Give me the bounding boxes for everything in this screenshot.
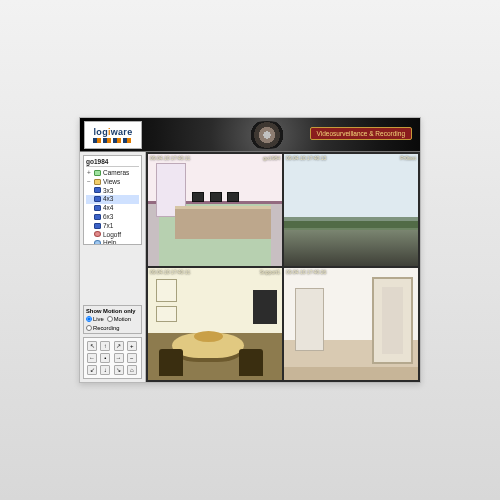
sidebar: go1984 +Cameras−Views3x34x34x46x37x1Logo…	[80, 152, 146, 382]
tree-item-3x3[interactable]: 3x3	[86, 187, 139, 196]
app-header: logiware Videosurveillance & Recording	[80, 118, 420, 152]
ptz-button-7[interactable]: −	[127, 353, 137, 363]
tree-item-4x3[interactable]: 4x3	[86, 195, 139, 204]
camera-label: go1984	[263, 155, 280, 161]
motion-opt-recording[interactable]: Recording	[86, 325, 119, 331]
tree-item-logoff[interactable]: Logoff	[86, 231, 139, 240]
camera-timestamp: 09.04.10 17:40:11	[150, 155, 190, 161]
motion-opt-motion[interactable]: Motion	[107, 316, 131, 322]
tree-item-6x3[interactable]: 6x3	[86, 213, 139, 222]
tree-item-views[interactable]: −Views	[86, 178, 139, 187]
ptz-button-3[interactable]: +	[127, 341, 137, 351]
app-window: logiware Videosurveillance & Recording g…	[79, 117, 421, 383]
ptz-button-4[interactable]: ←	[87, 353, 97, 363]
camera-tile-2[interactable]: 09.04.10 17:40:13 Pr0test	[284, 154, 418, 266]
app-body: go1984 +Cameras−Views3x34x34x46x37x1Logo…	[80, 152, 420, 382]
ptz-button-1[interactable]: ↑	[100, 341, 110, 351]
camera-timestamp: 09.04.10 17:40:26	[286, 269, 326, 275]
nav-tree[interactable]: go1984 +Cameras−Views3x34x34x46x37x1Logo…	[83, 155, 142, 245]
ptz-button-10[interactable]: ↘	[114, 365, 124, 375]
tree-item-7x1[interactable]: 7x1	[86, 222, 139, 231]
tree-item-4x4[interactable]: 4x4	[86, 204, 139, 213]
camera-grid: 09.04.10 17:40:11 go1984 09.04.10 17:40:…	[146, 152, 420, 382]
ptz-button-0[interactable]: ↖	[87, 341, 97, 351]
camera-timestamp: 09.04.10 17:40:13	[286, 155, 326, 161]
ptz-button-9[interactable]: ↓	[100, 365, 110, 375]
camera-tile-4[interactable]: 09.04.10 17:40:26	[284, 268, 418, 380]
camera-tile-1[interactable]: 09.04.10 17:40:11 go1984	[148, 154, 282, 266]
header-banner: Videosurveillance & Recording	[310, 127, 412, 140]
motion-opt-live[interactable]: Live	[86, 316, 104, 322]
camera-label: Pr0test	[400, 155, 416, 161]
tree-item-help[interactable]: Help	[86, 239, 139, 245]
lens-graphic	[244, 121, 290, 149]
ptz-button-2[interactable]: ↗	[114, 341, 124, 351]
ptz-button-5[interactable]: •	[100, 353, 110, 363]
camera-label: Support1	[260, 269, 280, 275]
ptz-button-8[interactable]: ↙	[87, 365, 97, 375]
camera-tile-3[interactable]: 09.04.10 17:40:11 Support1	[148, 268, 282, 380]
ptz-button-6[interactable]: →	[114, 353, 124, 363]
tree-root[interactable]: go1984	[86, 158, 139, 167]
camera-timestamp: 09.04.10 17:40:11	[150, 269, 190, 275]
motion-title: Show Motion only	[86, 308, 139, 314]
motion-panel: Show Motion only Live Motion Recording	[83, 305, 142, 334]
ptz-button-11[interactable]: ⌂	[127, 365, 137, 375]
ptz-controls: ↖↑↗+←•→−↙↓↘⌂	[83, 337, 142, 379]
tree-item-cameras[interactable]: +Cameras	[86, 169, 139, 178]
brand-logo: logiware	[84, 121, 142, 149]
